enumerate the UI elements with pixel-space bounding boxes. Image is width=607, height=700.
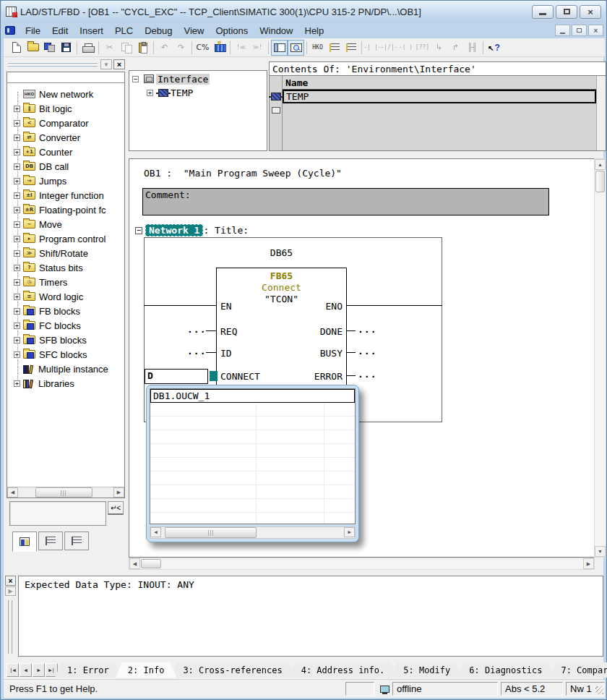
output-splitter-grip[interactable] [7,600,13,654]
tab-scroll-prev-button[interactable]: ◀ [20,663,32,677]
output-close-button[interactable]: × [5,576,16,586]
scrollbar-thumb[interactable] [595,171,605,192]
tab-modify[interactable]: 5: Modify [391,662,462,678]
pin-connect[interactable]: CONNECT [220,371,260,382]
print-button[interactable] [79,40,96,56]
editor-horizontal-scrollbar[interactable]: ◀ ▶ [129,558,595,570]
menu-view[interactable]: View [178,24,210,38]
scroll-left-icon[interactable]: ◀ [150,527,161,537]
autocomplete-item[interactable]: DB1.OUCW_1 [150,389,355,403]
contact-no-button[interactable]: -| |- [364,40,381,56]
tab-cross-references[interactable]: 3: Cross-references [171,662,294,678]
expand-icon[interactable]: + [14,135,20,141]
pin-req[interactable]: REQ [220,326,237,337]
operand-placeholder-done[interactable]: ... [358,324,376,335]
interface-temp-label[interactable]: TEMP [171,88,193,98]
expand-icon[interactable]: + [14,149,20,155]
operand-placeholder-busy[interactable]: ... [358,346,376,357]
expand-icon[interactable]: + [14,163,20,170]
table-row-temp[interactable]: TEMP [283,90,596,103]
go-to-button[interactable]: C% [194,40,211,56]
interface-root-row[interactable]: − Interface [129,71,267,84]
sidebar-item-integer-function[interactable]: + ±I Integer function [7,188,124,202]
tab-error[interactable]: 1: Error [55,662,121,678]
expand-icon[interactable]: + [14,120,20,127]
expand-icon[interactable]: + [14,351,20,358]
expand-icon[interactable]: + [14,221,20,228]
menu-window[interactable]: Window [254,24,298,38]
sidebar-item-move[interactable]: + ~ Move [7,217,124,231]
sidebar-item-converter[interactable]: + ⇄ Converter [7,130,124,145]
network-title-suffix[interactable]: : Title: [203,225,249,236]
open-button[interactable] [25,40,41,56]
mdi-restore-button[interactable] [572,25,587,36]
comment-box[interactable]: Comment: [142,188,549,215]
expand-icon[interactable]: + [14,294,20,300]
sidebar-grip[interactable] [8,62,98,67]
scroll-left-icon[interactable]: ◀ [129,558,140,569]
sidebar-item-shift-rotate[interactable]: + ≫ Shift/Rotate [7,246,124,260]
contact-nc-button[interactable]: -|/|- [381,40,397,56]
tab-program-elements[interactable] [12,532,37,552]
expand-icon[interactable]: + [14,250,20,257]
sidebar-item-bit-logic[interactable]: + ‖ Bit logic [7,101,124,116]
sidebar-item-sfc-blocks[interactable]: + SFC blocks [7,347,124,362]
sidebar-item-timers[interactable]: + ◷ Timers [7,275,124,289]
pin-busy[interactable]: BUSY [320,348,343,359]
undo-button[interactable]: ↶ [156,40,173,56]
expand-icon[interactable]: + [14,106,20,112]
menu-insert[interactable]: Insert [74,24,109,38]
output-expand-button[interactable]: ▶ [5,586,16,596]
connector-button[interactable]: ╟╢ [464,40,481,56]
cut-button[interactable]: ✂ [101,40,118,56]
menu-help[interactable]: Help [299,24,330,38]
popup-horizontal-scrollbar[interactable]: ◀ ▶ [150,526,356,539]
expand-icon[interactable]: + [14,380,20,387]
restore-button[interactable] [556,5,577,19]
scroll-right-icon[interactable]: ▶ [344,527,355,537]
sidebar-item-libraries[interactable]: + Libraries [7,376,124,390]
minimize-button[interactable] [532,5,554,19]
sidebar-close-button[interactable]: × [113,59,125,69]
scroll-right-icon[interactable]: ▶ [583,558,594,569]
interface-temp-row[interactable]: + TEMP [129,84,267,97]
help-button[interactable]: ? [486,40,502,56]
scroll-down-icon[interactable]: ▼ [595,546,606,557]
tab-scroll-last-button[interactable]: ▶| [46,663,58,677]
expand-icon[interactable]: + [14,265,20,271]
tab-scroll-next-button[interactable]: ▶ [33,663,45,677]
scroll-up-icon[interactable]: ▲ [595,159,606,170]
network-collapse-icon[interactable]: − [135,227,142,234]
menu-edit[interactable]: Edit [46,24,74,38]
overview-toggle-button[interactable] [271,40,288,56]
download-button[interactable] [211,40,228,56]
mdi-minimize-button[interactable] [555,25,570,36]
expand-icon[interactable]: + [14,236,20,242]
next-error-button[interactable]: ≫! [249,40,266,56]
sidebar-horizontal-scrollbar[interactable]: ◀ ▶ [7,487,124,498]
sidebar-item-floating-point[interactable]: + ±R Floating-point fc [7,202,124,217]
sidebar-item-fc-blocks[interactable]: + FC blocks [7,318,124,333]
tab-scroll-first-button[interactable]: |◀ [7,663,19,677]
pin-error[interactable]: ERROR [314,371,343,382]
open-station-button[interactable] [41,40,58,56]
expand-icon[interactable]: + [14,207,20,213]
sidebar-item-status-bits[interactable]: + ? Status bits [7,260,124,275]
expand-icon[interactable]: + [14,279,20,286]
sidebar-item-multiple-instance[interactable]: Multiple instance [7,362,124,376]
menu-debug[interactable]: Debug [139,24,178,38]
lad-overview-button[interactable] [343,40,359,56]
expand-icon[interactable]: + [14,337,20,343]
expand-icon[interactable]: + [14,323,20,329]
tab-overviews[interactable] [64,532,89,550]
save-button[interactable] [58,40,74,56]
operand-placeholder-error[interactable]: ... [358,369,376,380]
network-label[interactable]: Network 1 [145,224,203,236]
menu-file[interactable]: File [20,24,46,38]
menu-plc[interactable]: PLC [109,24,139,38]
sidebar-item-db-call[interactable]: + DB DB call [7,159,124,174]
tab-address-info[interactable]: 4: Address info. [289,662,397,678]
new-button[interactable] [8,40,25,56]
scrollbar-thumb[interactable] [35,487,92,498]
sidebar-item-fb-blocks[interactable]: + FB blocks [7,304,124,318]
